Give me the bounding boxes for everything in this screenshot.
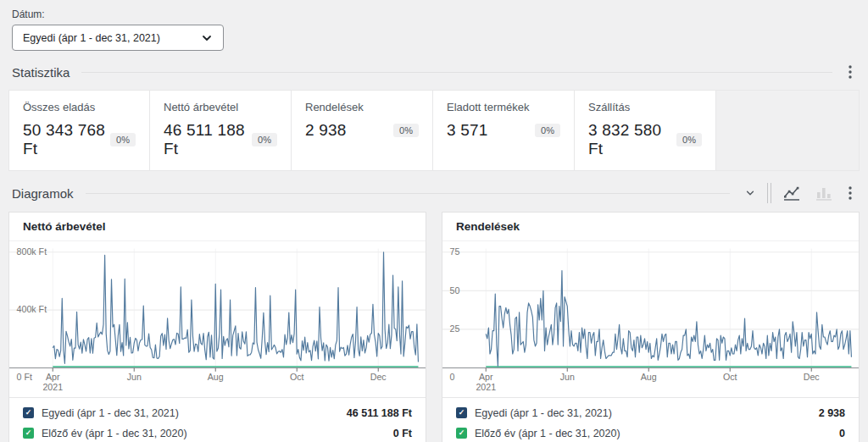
stat-card[interactable]: Szállítás 3 832 580 Ft 0% [575,90,716,171]
svg-text:Jun: Jun [127,372,142,382]
chart-legend: ✓ Egyedi (ápr 1 - dec 31, 2021) 2 938 ✓ … [442,397,859,442]
series-total: 46 511 188 Ft [347,407,412,419]
net-revenue-chart-panel: Nettó árbevétel 800k Ft400k Ft0 FtApr202… [8,212,426,442]
section-divider [81,72,832,73]
line-chart-icon [783,185,800,201]
series-label: Egyedi (ápr 1 - dec 31, 2021) [475,407,612,419]
stat-value: 50 343 768 Ft [23,121,110,158]
stat-delta-badge: 0% [393,124,419,137]
check-icon: ✓ [25,409,32,417]
svg-text:Dec: Dec [370,372,387,382]
series-total: 0 Ft [393,428,412,439]
net-revenue-line-chart[interactable]: 800k Ft400k Ft0 FtApr2021JunAugOctDec [9,241,426,397]
chevron-down-icon [201,32,213,44]
charts-section-title: Diagramok [12,186,74,201]
analytics-dashboard: Dátum: Egyedi (ápr 1 - dec 31, 2021) Sta… [0,0,868,442]
date-filter: Dátum: Egyedi (ápr 1 - dec 31, 2021) [12,8,856,51]
series-label: Előző év (ápr 1 - dec 31, 2020) [475,428,620,439]
stats-empty-cell [716,90,860,171]
series-total: 0 [839,428,845,439]
legend-series-toggle[interactable]: ✓ Egyedi (ápr 1 - dec 31, 2021) 46 511 1… [23,403,412,423]
check-icon: ✓ [25,429,32,437]
kebab-menu-icon [848,64,853,80]
svg-text:75: 75 [450,246,460,257]
orders-line-chart[interactable]: 7550250Apr2021JunAugOctDec [442,241,859,397]
chart-title: Nettó árbevétel [9,213,426,241]
stat-label: Rendelések [305,101,419,113]
date-range-select[interactable]: Egyedi (ápr 1 - dec 31, 2021) [12,25,224,51]
stat-delta-badge: 0% [676,133,702,146]
stat-label: Összes eladás [23,101,136,113]
svg-text:Aug: Aug [208,372,224,382]
svg-text:Oct: Oct [723,372,737,382]
series-label: Egyedi (ápr 1 - dec 31, 2021) [42,407,179,419]
line-chart-toggle[interactable] [780,184,804,202]
check-icon: ✓ [459,409,465,417]
stat-delta-badge: 0% [535,124,560,137]
date-range-value: Egyedi (ápr 1 - dec 31, 2021) [23,32,160,44]
stat-card[interactable]: Összes eladás 50 343 768 Ft 0% [8,90,150,171]
series-checkbox[interactable]: ✓ [23,407,34,418]
series-checkbox[interactable]: ✓ [456,407,467,418]
stats-summary-row: Összes eladás 50 343 768 Ft 0% Nettó árb… [8,90,860,171]
svg-text:2021: 2021 [42,382,63,392]
svg-text:Apr: Apr [479,372,493,382]
series-checkbox[interactable]: ✓ [23,428,34,439]
stat-label: Eladott termékek [447,101,560,113]
stat-delta-badge: 0% [252,133,277,146]
kebab-menu-icon [848,185,853,201]
svg-text:50: 50 [450,285,460,296]
legend-series-toggle[interactable]: ✓ Előző év (ápr 1 - dec 31, 2020) 0 Ft [23,423,412,442]
legend-series-toggle[interactable]: ✓ Előző év (ápr 1 - dec 31, 2020) 0 [456,423,845,442]
stat-card[interactable]: Nettó árbevétel 46 511 188 Ft 0% [150,90,292,171]
stat-value: 2 938 [305,121,347,140]
svg-text:Aug: Aug [641,372,657,382]
date-filter-label: Dátum: [12,8,856,20]
svg-text:Oct: Oct [290,372,304,382]
stat-value: 46 511 188 Ft [164,121,252,158]
charts-menu-button[interactable] [844,184,856,202]
svg-text:0: 0 [450,372,455,382]
stat-value: 3 571 [447,121,488,140]
stats-menu-button[interactable] [844,63,856,81]
stats-section-header: Statisztika [12,63,856,81]
stat-value: 3 832 580 Ft [588,121,676,158]
charts-section-header: Diagramok [12,183,856,203]
stat-card[interactable]: Eladott termékek 3 571 0% [433,90,575,171]
toolbar-divider [767,183,771,203]
svg-text:0 Ft: 0 Ft [17,372,32,382]
stat-label: Nettó árbevétel [164,101,277,113]
check-icon: ✓ [459,429,465,437]
section-divider [86,193,730,194]
stat-delta-badge: 0% [110,133,136,146]
svg-text:25: 25 [450,323,460,334]
orders-chart-panel: Rendelések 7550250Apr2021JunAugOctDec ✓ … [442,212,860,442]
svg-text:Apr: Apr [46,372,60,382]
svg-text:800k Ft: 800k Ft [17,246,47,257]
svg-text:2021: 2021 [476,382,496,392]
charts-row: Nettó árbevétel 800k Ft400k Ft0 FtApr202… [8,212,860,442]
bar-chart-icon [815,185,832,201]
chart-title: Rendelések [442,213,859,241]
interval-select[interactable] [742,186,759,200]
series-total: 2 938 [819,407,845,419]
chart-legend: ✓ Egyedi (ápr 1 - dec 31, 2021) 46 511 1… [9,397,426,442]
stats-section-title: Statisztika [12,65,70,80]
chevron-down-icon [745,188,755,198]
chart-controls [742,183,856,203]
stat-label: Szállítás [588,101,702,113]
legend-series-toggle[interactable]: ✓ Egyedi (ápr 1 - dec 31, 2021) 2 938 [456,403,845,423]
bar-chart-toggle[interactable] [812,184,836,202]
svg-text:400k Ft: 400k Ft [17,304,47,314]
series-checkbox[interactable]: ✓ [456,428,467,439]
series-label: Előző év (ápr 1 - dec 31, 2020) [42,428,187,439]
svg-text:Jun: Jun [560,372,575,382]
stat-card[interactable]: Rendelések 2 938 0% [292,90,433,171]
svg-text:Dec: Dec [804,372,821,382]
